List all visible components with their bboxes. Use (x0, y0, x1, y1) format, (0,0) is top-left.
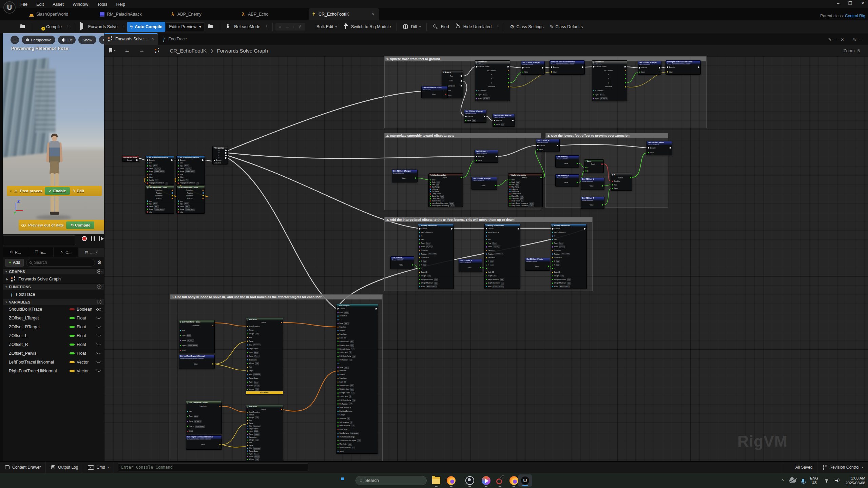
hide-unrelated-button[interactable]: Hide Unrelated (452, 22, 495, 32)
bookmark-icon[interactable] (109, 48, 112, 53)
data-pin[interactable] (476, 94, 478, 96)
add-section-item-icon[interactable]: + (97, 300, 101, 304)
data-pin[interactable] (509, 184, 511, 185)
graph-node-modify-transforms-2[interactable]: ƒModify TransformsExecuteItem to Modify … (484, 224, 520, 289)
pin-value[interactable]: 1.0 (351, 348, 354, 350)
data-pin[interactable] (178, 209, 179, 210)
exec-pin[interactable] (461, 80, 462, 82)
pin-value[interactable]: 0.0 (436, 183, 440, 186)
data-pin[interactable] (202, 198, 204, 199)
data-pin[interactable] (476, 98, 478, 99)
data-pin[interactable] (337, 392, 339, 394)
pin-value[interactable]: 15.0 (529, 202, 533, 204)
asset-tab-slashopenworld[interactable]: SlashOpenWorld (26, 8, 97, 20)
data-pin[interactable] (419, 268, 421, 269)
enable-button[interactable]: ✔ Enable (45, 187, 70, 195)
data-pin[interactable] (419, 272, 421, 273)
exec-pin[interactable] (557, 145, 558, 147)
exec-pin[interactable] (225, 157, 227, 159)
data-pin[interactable] (178, 165, 179, 167)
close-tab-icon[interactable]: × (151, 37, 154, 41)
data-pin[interactable] (602, 185, 603, 187)
class-settings-button[interactable]: ⚙Class Settings (507, 22, 546, 32)
exec-pin[interactable] (465, 116, 467, 117)
data-pin[interactable] (247, 434, 249, 435)
data-pin[interactable] (585, 170, 587, 172)
graph-node-less[interactable]: ƒLessResultAB (584, 159, 604, 173)
data-pin[interactable] (522, 72, 524, 73)
pin-value[interactable]: Bone (426, 242, 431, 245)
exec-pin[interactable] (518, 228, 519, 230)
pin-value[interactable]: 30.0 (348, 443, 352, 446)
graph-canvas[interactable]: RigVM 1. Sphere trace from feet to groun… (104, 56, 868, 461)
diff-button[interactable]: Diff▾ (400, 22, 424, 32)
data-pin[interactable] (172, 190, 173, 191)
data-pin[interactable] (337, 337, 339, 339)
data-pin[interactable] (509, 203, 511, 204)
debug-icon-0[interactable]: ⌕ (279, 24, 281, 30)
data-pin[interactable] (247, 453, 249, 455)
graph-node-set-leftfoottracehitnormal[interactable]: Set LeftFootTraceHitNormalDefault 0.0000… (549, 60, 585, 75)
pin-value[interactable]: foot_r (185, 205, 190, 208)
variable-row-rightfoottracehitnormal[interactable]: RightFootTraceHitNormalVector (3, 367, 104, 375)
data-pin[interactable] (419, 246, 421, 248)
data-pin[interactable] (419, 279, 421, 280)
revision-control-button[interactable]: Revision Control▾ (817, 462, 868, 473)
pin-value[interactable]: ik_foot_r (194, 420, 201, 423)
data-pin[interactable] (577, 182, 578, 183)
data-pin[interactable] (540, 177, 542, 178)
data-pin[interactable] (465, 120, 467, 121)
exec-pin[interactable] (337, 308, 339, 310)
auto-compile-button[interactable]: ϟAuto Compile (127, 22, 166, 32)
data-pin[interactable] (337, 374, 339, 375)
graph-node-get-rightfoottracehitnormal[interactable]: Get RightFootTraceHitNormalDefault 0.000… (186, 435, 222, 450)
data-pin[interactable] (476, 160, 477, 161)
pin-value[interactable]: 0.0 (423, 260, 427, 263)
exec-pin[interactable] (476, 156, 477, 157)
data-pin[interactable] (247, 374, 249, 375)
data-pin[interactable] (337, 440, 339, 441)
pin-value[interactable]: 0 (349, 351, 351, 354)
data-pin[interactable] (508, 70, 509, 72)
data-pin[interactable] (178, 211, 179, 213)
data-pin[interactable] (509, 198, 511, 199)
data-pin[interactable] (212, 325, 214, 327)
expand-arrow-icon[interactable]: ▶ (6, 277, 9, 281)
add-section-item-icon[interactable]: + (97, 285, 101, 289)
data-pin[interactable] (337, 345, 339, 346)
data-pin[interactable] (178, 203, 179, 204)
data-pin[interactable] (593, 94, 595, 96)
exec-pin[interactable] (214, 160, 215, 161)
content-drawer-button[interactable]: Content Drawer (0, 462, 46, 473)
pin-value[interactable]: pelvis (344, 311, 349, 314)
data-pin[interactable] (419, 282, 421, 284)
pin-value[interactable]: -0.0 0.0 0.0 (561, 253, 570, 255)
data-pin[interactable] (419, 239, 421, 240)
pin-value[interactable]: None (254, 355, 259, 357)
graph-node-alpha-interpolate-1[interactable]: ƒAlpha InterpolateResultValueScale1.0Bia… (428, 173, 463, 207)
pin-value[interactable]: 0 (350, 421, 352, 424)
data-pin[interactable] (219, 406, 221, 407)
pin-value[interactable]: 1.0 (349, 403, 353, 405)
graph-node-set-zoffset-l[interactable]: Set ZOffset_LDefault 0.000000ExecuteValu… (475, 150, 498, 163)
data-pin[interactable] (412, 264, 413, 266)
add-section-item-icon[interactable]: + (97, 269, 101, 274)
data-pin[interactable] (172, 192, 173, 194)
graph-node-set-rightfoottracehitnormal[interactable]: Set RightFootTraceHitNormalDefault 0.000… (666, 60, 701, 75)
pin-value[interactable]: pelvis (559, 246, 565, 248)
more-options-icon[interactable]: ⋮ (65, 24, 71, 29)
data-pin[interactable] (147, 168, 148, 170)
data-pin[interactable] (178, 200, 179, 202)
data-pin[interactable] (430, 193, 431, 195)
pause-button[interactable] (91, 236, 95, 241)
graph-node-get-zoffset-r-4[interactable]: Get ZOffset_RDefault 0.000000Value (459, 259, 482, 272)
menu-asset[interactable]: Asset (53, 2, 64, 7)
taskbar-search[interactable]: Search (355, 476, 427, 485)
data-pin[interactable] (187, 421, 189, 422)
exec-pin[interactable] (551, 66, 552, 68)
releasemode-button[interactable]: ReleaseMode (223, 22, 263, 32)
graph-node-aim-math-1[interactable]: ƒAim MathResultInput TransformPrimaryWei… (246, 318, 283, 394)
rig-panel-tab-1[interactable]: ❐E... (28, 248, 54, 257)
rig-panel-tab-2[interactable]: ∿C... (54, 248, 79, 257)
variable-row-shoulddoiktrace[interactable]: ShouldDoIKTraceBoolean (3, 305, 104, 314)
